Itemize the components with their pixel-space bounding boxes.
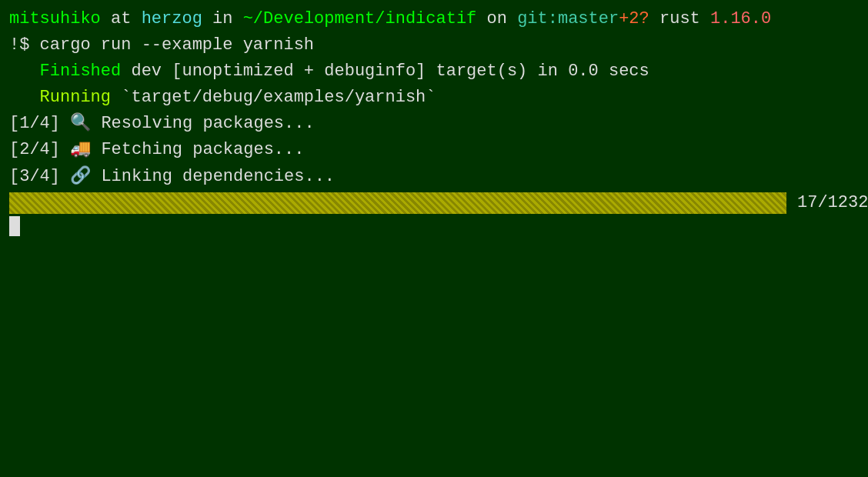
- prompt-git-label: git:: [517, 6, 558, 32]
- step2-icon: 🚚: [70, 137, 91, 163]
- command-prefix: !$: [9, 32, 40, 58]
- step2-prefix: [2/4]: [9, 137, 60, 163]
- step3-text: Linking dependencies...: [91, 164, 335, 190]
- terminal: mitsuhiko at herzog in ~/Development/ind…: [9, 6, 859, 471]
- step1-prefix: [1/4]: [9, 111, 60, 137]
- step2-text: Fetching packages...: [91, 137, 304, 163]
- step3-icon: 🔗: [70, 164, 91, 190]
- prompt-host: herzog: [142, 6, 202, 32]
- progress-line: 17/1232: [9, 190, 859, 216]
- step3-line: [3/4] 🔗 Linking dependencies...: [9, 164, 859, 190]
- running-line: Running `target/debug/examples/yarnish`: [9, 85, 859, 111]
- finished-rest: dev [unoptimized + debuginfo] target(s) …: [121, 58, 649, 85]
- prompt-path: ~/Development/indicatif: [243, 6, 477, 32]
- prompt-git-branch: master: [558, 6, 619, 32]
- step3-prefix: [3/4]: [9, 164, 60, 190]
- prompt-on: on: [476, 6, 517, 32]
- progress-bar: [9, 192, 786, 214]
- step1-line: [1/4] 🔍 Resolving packages...: [9, 111, 859, 137]
- cursor-line: [9, 216, 859, 236]
- prompt-user: mitsuhiko: [9, 6, 101, 32]
- finished-line: Finished dev [unoptimized + debuginfo] t…: [9, 58, 859, 85]
- cursor: [9, 216, 20, 236]
- command-line: !$ cargo run --example yarnish: [9, 32, 859, 58]
- finished-label: Finished: [40, 58, 122, 85]
- prompt-line: mitsuhiko at herzog in ~/Development/ind…: [9, 6, 859, 32]
- prompt-at: at: [101, 6, 142, 32]
- prompt-rust-version: 1.16.0: [710, 6, 771, 32]
- prompt-rust-label: rust: [649, 6, 710, 32]
- step2-line: [2/4] 🚚 Fetching packages...: [9, 137, 859, 163]
- prompt-in: in: [202, 6, 243, 32]
- command-text: cargo run --example yarnish: [40, 32, 314, 58]
- prompt-git-status: +2?: [619, 6, 649, 32]
- step1-icon: 🔍: [70, 111, 91, 137]
- running-label: Running: [40, 85, 111, 111]
- step1-text: Resolving packages...: [91, 111, 314, 137]
- progress-text: 17/1232: [797, 190, 868, 216]
- running-rest: `target/debug/examples/yarnish`: [111, 85, 436, 111]
- progress-fill: [9, 192, 20, 214]
